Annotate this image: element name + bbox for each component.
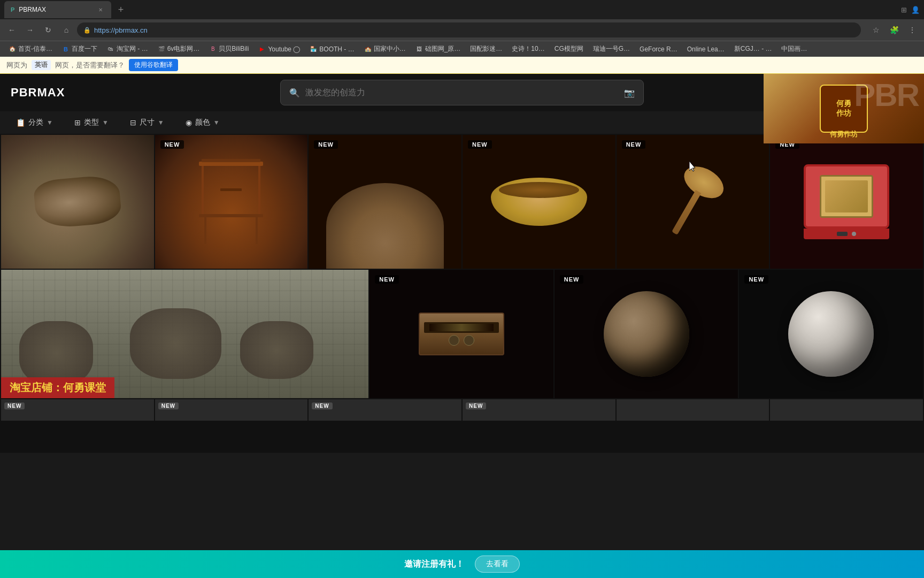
grid-item-tv[interactable]: NEW (770, 135, 923, 269)
url-text: https://pbrmax.cn (94, 26, 148, 34)
grid-item-row3-2[interactable]: NEW (155, 399, 308, 421)
filter-size[interactable]: ⊟ 尺寸 ▼ (125, 116, 170, 130)
grid-item-row3-5[interactable] (617, 399, 769, 421)
bookmark-ruidi[interactable]: 瑞迪一号G… (589, 43, 634, 55)
ad-bg-text: PBR (854, 77, 919, 113)
filter-category[interactable]: 📋 分类 ▼ (11, 116, 58, 130)
bookmark-favicon-4: B (209, 45, 217, 53)
bookmark-youtube[interactable]: ▶ Youtube ◯ (254, 44, 304, 54)
grid-item-rock[interactable] (1, 135, 154, 269)
banner-cta-button[interactable]: 去看看 (475, 556, 520, 573)
new-badge-scoop: NEW (622, 140, 646, 149)
translate-button[interactable]: 使用谷歌翻译 (129, 59, 178, 71)
bookmark-geforce[interactable]: GeForce R… (635, 44, 682, 54)
new-badge-r3-1: NEW (4, 402, 25, 409)
bookmark-label-10: 史诗！10… (512, 44, 544, 54)
bookmark-cgmodel[interactable]: CG模型网 (550, 43, 588, 55)
bookmark-shishi[interactable]: 史诗！10… (507, 43, 549, 55)
svg-rect-1 (202, 159, 260, 162)
bookmark-homepage[interactable]: 🏠 首页-信泰… (4, 43, 57, 55)
grid-item-radio[interactable]: NEW (369, 270, 553, 398)
bookmark-chutu[interactable]: 🖼 础图网_原… (411, 43, 465, 55)
svg-rect-6 (204, 217, 206, 244)
back-button[interactable]: ← (4, 22, 19, 37)
ad-banner-top-right: 何勇作坊 何勇作坊 PBR (764, 74, 924, 143)
filter-color[interactable]: ◉ 颜色 ▼ (180, 116, 225, 130)
bookmark-bilibili[interactable]: B 贝贝BiliBili (205, 43, 253, 55)
home-button[interactable]: ⌂ (59, 22, 74, 37)
bookmark-label-7: 国家中小… (374, 44, 406, 54)
bookmark-taobao[interactable]: 🛍 淘宝网 - … (103, 43, 152, 55)
grid-item-sphere1[interactable]: NEW (555, 270, 738, 398)
camera-icon[interactable]: 📷 (624, 88, 635, 98)
banner-text: 邀请注册有礼！ (404, 559, 464, 570)
svg-rect-0 (199, 162, 263, 166)
grid-item-row3-1[interactable]: NEW (1, 399, 154, 421)
filter-category-label: 分类 (28, 118, 43, 127)
ad-store-text: 淘宝店铺：何勇课堂 (10, 382, 106, 393)
color-chevron-icon: ▼ (213, 119, 220, 126)
extensions-icon[interactable]: 🧩 (887, 22, 902, 37)
bookmark-online[interactable]: Online Lea… (683, 44, 729, 54)
extension-icon[interactable]: ⊞ (901, 6, 907, 14)
search-box[interactable]: 🔍 📷 (280, 80, 644, 105)
grid-item-scoop[interactable]: NEW (617, 135, 769, 269)
profile-icon[interactable]: 👤 (911, 6, 920, 14)
bookmark-label-8: 础图网_原… (425, 44, 461, 54)
bookmark-star-icon[interactable]: ☆ (868, 22, 883, 37)
bookmark-label-9: 国配影迷… (470, 44, 502, 54)
bookmark-label-15: 新CGJ… - … (734, 44, 772, 54)
bookmark-6v[interactable]: 🎬 6v电影网… (153, 43, 204, 55)
new-badge-table: NEW (160, 140, 184, 149)
refresh-button[interactable]: ↻ (41, 22, 56, 37)
forward-button[interactable]: → (22, 22, 37, 37)
bookmark-label-1: 百度一下 (72, 44, 97, 54)
browser-chrome: P PBRMAX ✕ + ⊞ 👤 ← → ↻ ⌂ 🔒 https://pbrma… (0, 0, 924, 57)
bookmark-zhongguohua[interactable]: 中国画… (777, 43, 811, 55)
address-bar[interactable]: 🔒 https://pbrmax.cn (77, 22, 861, 37)
filter-type[interactable]: ⊞ 类型 ▼ (69, 116, 114, 130)
new-badge-radio: NEW (375, 275, 399, 284)
grid-item-row3-4[interactable]: NEW (463, 399, 615, 421)
active-tab[interactable]: P PBRMAX ✕ (4, 1, 111, 18)
bookmark-guojia[interactable]: 🏫 国家中小… (360, 43, 410, 55)
settings-icon[interactable]: ⋮ (905, 22, 920, 37)
search-input[interactable] (305, 88, 619, 97)
site-search: 🔍 📷 (280, 80, 644, 105)
type-chevron-icon: ▼ (102, 119, 109, 126)
grid-item-table[interactable]: NEW (155, 135, 308, 269)
bookmark-baidu[interactable]: B 百度一下 (58, 43, 102, 55)
tab-close-btn[interactable]: ✕ (96, 5, 105, 14)
new-badge-r3-4: NEW (466, 402, 486, 409)
bookmark-favicon-5: ▶ (258, 45, 266, 53)
new-badge-bowl: NEW (468, 140, 492, 149)
bookmark-booth[interactable]: 🏪 BOOTH - … (305, 44, 358, 54)
new-badge-r3-3: NEW (312, 402, 332, 409)
bookmark-favicon-6: 🏪 (310, 45, 317, 53)
ad-store-banner: 淘宝店铺：何勇课堂 (1, 377, 114, 398)
filter-color-label: 颜色 (195, 118, 210, 127)
grid-item-sphere2[interactable]: NEW (739, 270, 923, 398)
svg-rect-4 (199, 214, 263, 217)
grid-item-bowl[interactable]: NEW (463, 135, 615, 269)
grid-item-sand[interactable]: NEW (309, 135, 461, 269)
bookmark-label-6: BOOTH - … (319, 45, 354, 53)
filter-size-label: 尺寸 (140, 118, 155, 127)
tab-title: PBRMAX (19, 6, 46, 13)
new-tab-button[interactable]: + (113, 2, 128, 17)
svg-rect-3 (258, 166, 260, 214)
bookmark-label-13: GeForce R… (640, 45, 677, 53)
grid-item-carving[interactable]: 淘宝店铺：何勇课堂 (1, 270, 368, 398)
new-badge-sphere2: NEW (744, 275, 768, 284)
bookmark-newcgj[interactable]: 新CGJ… - … (730, 43, 776, 55)
bookmark-label-3: 6v电影网… (167, 44, 200, 54)
bookmark-guopei[interactable]: 国配影迷… (466, 43, 506, 55)
new-badge-sphere1: NEW (560, 275, 584, 284)
product-grid-row1: NEW NEW (0, 134, 924, 270)
bookmark-label-4: 贝贝BiliBili (219, 44, 249, 54)
bookmark-favicon-2: 🛍 (107, 45, 114, 53)
search-icon-left: 🔍 (289, 88, 300, 98)
grid-item-row3-6[interactable] (770, 399, 923, 421)
grid-item-row3-3[interactable]: NEW (309, 399, 461, 421)
type-icon: ⊞ (74, 118, 81, 127)
